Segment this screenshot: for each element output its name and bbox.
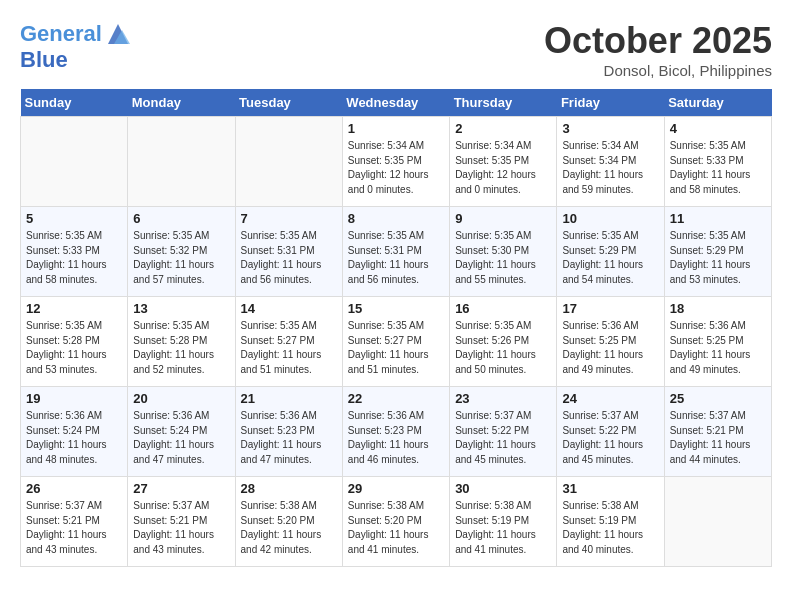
day-info: Sunrise: 5:35 AM Sunset: 5:33 PM Dayligh… xyxy=(670,139,766,197)
day-info: Sunrise: 5:34 AM Sunset: 5:34 PM Dayligh… xyxy=(562,139,658,197)
calendar-cell: 25Sunrise: 5:37 AM Sunset: 5:21 PM Dayli… xyxy=(664,387,771,477)
calendar-table: SundayMondayTuesdayWednesdayThursdayFrid… xyxy=(20,89,772,567)
weekday-header-thursday: Thursday xyxy=(450,89,557,117)
day-info: Sunrise: 5:35 AM Sunset: 5:33 PM Dayligh… xyxy=(26,229,122,287)
calendar-cell: 19Sunrise: 5:36 AM Sunset: 5:24 PM Dayli… xyxy=(21,387,128,477)
day-number: 31 xyxy=(562,481,658,496)
day-info: Sunrise: 5:37 AM Sunset: 5:22 PM Dayligh… xyxy=(562,409,658,467)
calendar-cell: 11Sunrise: 5:35 AM Sunset: 5:29 PM Dayli… xyxy=(664,207,771,297)
day-info: Sunrise: 5:37 AM Sunset: 5:21 PM Dayligh… xyxy=(133,499,229,557)
weekday-header-wednesday: Wednesday xyxy=(342,89,449,117)
day-info: Sunrise: 5:38 AM Sunset: 5:20 PM Dayligh… xyxy=(241,499,337,557)
month-title: October 2025 xyxy=(544,20,772,62)
day-info: Sunrise: 5:38 AM Sunset: 5:19 PM Dayligh… xyxy=(455,499,551,557)
weekday-header-sunday: Sunday xyxy=(21,89,128,117)
calendar-cell: 22Sunrise: 5:36 AM Sunset: 5:23 PM Dayli… xyxy=(342,387,449,477)
day-number: 3 xyxy=(562,121,658,136)
calendar-cell: 15Sunrise: 5:35 AM Sunset: 5:27 PM Dayli… xyxy=(342,297,449,387)
calendar-cell: 24Sunrise: 5:37 AM Sunset: 5:22 PM Dayli… xyxy=(557,387,664,477)
day-info: Sunrise: 5:35 AM Sunset: 5:30 PM Dayligh… xyxy=(455,229,551,287)
day-info: Sunrise: 5:36 AM Sunset: 5:25 PM Dayligh… xyxy=(670,319,766,377)
day-number: 23 xyxy=(455,391,551,406)
day-info: Sunrise: 5:36 AM Sunset: 5:24 PM Dayligh… xyxy=(26,409,122,467)
calendar-cell: 21Sunrise: 5:36 AM Sunset: 5:23 PM Dayli… xyxy=(235,387,342,477)
day-info: Sunrise: 5:37 AM Sunset: 5:21 PM Dayligh… xyxy=(670,409,766,467)
calendar-week-1: 1Sunrise: 5:34 AM Sunset: 5:35 PM Daylig… xyxy=(21,117,772,207)
day-number: 27 xyxy=(133,481,229,496)
location: Donsol, Bicol, Philippines xyxy=(544,62,772,79)
calendar-cell: 4Sunrise: 5:35 AM Sunset: 5:33 PM Daylig… xyxy=(664,117,771,207)
logo: General Blue xyxy=(20,20,132,72)
calendar-cell: 20Sunrise: 5:36 AM Sunset: 5:24 PM Dayli… xyxy=(128,387,235,477)
day-number: 29 xyxy=(348,481,444,496)
day-number: 5 xyxy=(26,211,122,226)
calendar-cell: 26Sunrise: 5:37 AM Sunset: 5:21 PM Dayli… xyxy=(21,477,128,567)
day-info: Sunrise: 5:34 AM Sunset: 5:35 PM Dayligh… xyxy=(455,139,551,197)
day-info: Sunrise: 5:35 AM Sunset: 5:27 PM Dayligh… xyxy=(348,319,444,377)
weekday-header-tuesday: Tuesday xyxy=(235,89,342,117)
day-number: 24 xyxy=(562,391,658,406)
calendar-cell: 10Sunrise: 5:35 AM Sunset: 5:29 PM Dayli… xyxy=(557,207,664,297)
day-number: 21 xyxy=(241,391,337,406)
day-info: Sunrise: 5:35 AM Sunset: 5:29 PM Dayligh… xyxy=(670,229,766,287)
day-number: 14 xyxy=(241,301,337,316)
day-number: 6 xyxy=(133,211,229,226)
day-number: 22 xyxy=(348,391,444,406)
calendar-cell: 3Sunrise: 5:34 AM Sunset: 5:34 PM Daylig… xyxy=(557,117,664,207)
day-number: 30 xyxy=(455,481,551,496)
day-number: 19 xyxy=(26,391,122,406)
calendar-week-2: 5Sunrise: 5:35 AM Sunset: 5:33 PM Daylig… xyxy=(21,207,772,297)
calendar-cell xyxy=(664,477,771,567)
calendar-week-3: 12Sunrise: 5:35 AM Sunset: 5:28 PM Dayli… xyxy=(21,297,772,387)
calendar-cell: 18Sunrise: 5:36 AM Sunset: 5:25 PM Dayli… xyxy=(664,297,771,387)
calendar-cell: 6Sunrise: 5:35 AM Sunset: 5:32 PM Daylig… xyxy=(128,207,235,297)
day-info: Sunrise: 5:38 AM Sunset: 5:20 PM Dayligh… xyxy=(348,499,444,557)
calendar-cell: 14Sunrise: 5:35 AM Sunset: 5:27 PM Dayli… xyxy=(235,297,342,387)
day-number: 10 xyxy=(562,211,658,226)
day-number: 20 xyxy=(133,391,229,406)
calendar-week-5: 26Sunrise: 5:37 AM Sunset: 5:21 PM Dayli… xyxy=(21,477,772,567)
day-number: 13 xyxy=(133,301,229,316)
day-number: 1 xyxy=(348,121,444,136)
day-number: 12 xyxy=(26,301,122,316)
calendar-cell: 30Sunrise: 5:38 AM Sunset: 5:19 PM Dayli… xyxy=(450,477,557,567)
weekday-header-saturday: Saturday xyxy=(664,89,771,117)
day-info: Sunrise: 5:36 AM Sunset: 5:25 PM Dayligh… xyxy=(562,319,658,377)
day-number: 25 xyxy=(670,391,766,406)
day-number: 28 xyxy=(241,481,337,496)
day-info: Sunrise: 5:35 AM Sunset: 5:31 PM Dayligh… xyxy=(241,229,337,287)
weekday-header-monday: Monday xyxy=(128,89,235,117)
calendar-cell: 9Sunrise: 5:35 AM Sunset: 5:30 PM Daylig… xyxy=(450,207,557,297)
calendar-cell: 2Sunrise: 5:34 AM Sunset: 5:35 PM Daylig… xyxy=(450,117,557,207)
logo-blue: Blue xyxy=(20,48,132,72)
day-info: Sunrise: 5:37 AM Sunset: 5:21 PM Dayligh… xyxy=(26,499,122,557)
day-info: Sunrise: 5:35 AM Sunset: 5:28 PM Dayligh… xyxy=(26,319,122,377)
day-info: Sunrise: 5:35 AM Sunset: 5:26 PM Dayligh… xyxy=(455,319,551,377)
calendar-cell: 29Sunrise: 5:38 AM Sunset: 5:20 PM Dayli… xyxy=(342,477,449,567)
calendar-cell xyxy=(128,117,235,207)
day-number: 18 xyxy=(670,301,766,316)
calendar-cell: 7Sunrise: 5:35 AM Sunset: 5:31 PM Daylig… xyxy=(235,207,342,297)
calendar-cell: 27Sunrise: 5:37 AM Sunset: 5:21 PM Dayli… xyxy=(128,477,235,567)
logo-icon xyxy=(104,20,132,48)
day-number: 9 xyxy=(455,211,551,226)
day-number: 16 xyxy=(455,301,551,316)
calendar-cell: 12Sunrise: 5:35 AM Sunset: 5:28 PM Dayli… xyxy=(21,297,128,387)
day-number: 7 xyxy=(241,211,337,226)
day-number: 11 xyxy=(670,211,766,226)
title-block: October 2025 Donsol, Bicol, Philippines xyxy=(544,20,772,79)
day-info: Sunrise: 5:38 AM Sunset: 5:19 PM Dayligh… xyxy=(562,499,658,557)
logo-text: General xyxy=(20,22,102,46)
calendar-week-4: 19Sunrise: 5:36 AM Sunset: 5:24 PM Dayli… xyxy=(21,387,772,477)
calendar-cell: 16Sunrise: 5:35 AM Sunset: 5:26 PM Dayli… xyxy=(450,297,557,387)
day-number: 26 xyxy=(26,481,122,496)
calendar-cell xyxy=(21,117,128,207)
calendar-cell: 28Sunrise: 5:38 AM Sunset: 5:20 PM Dayli… xyxy=(235,477,342,567)
calendar-cell: 23Sunrise: 5:37 AM Sunset: 5:22 PM Dayli… xyxy=(450,387,557,477)
day-number: 15 xyxy=(348,301,444,316)
day-info: Sunrise: 5:36 AM Sunset: 5:23 PM Dayligh… xyxy=(348,409,444,467)
day-info: Sunrise: 5:35 AM Sunset: 5:28 PM Dayligh… xyxy=(133,319,229,377)
calendar-cell: 17Sunrise: 5:36 AM Sunset: 5:25 PM Dayli… xyxy=(557,297,664,387)
day-info: Sunrise: 5:35 AM Sunset: 5:29 PM Dayligh… xyxy=(562,229,658,287)
calendar-cell: 31Sunrise: 5:38 AM Sunset: 5:19 PM Dayli… xyxy=(557,477,664,567)
